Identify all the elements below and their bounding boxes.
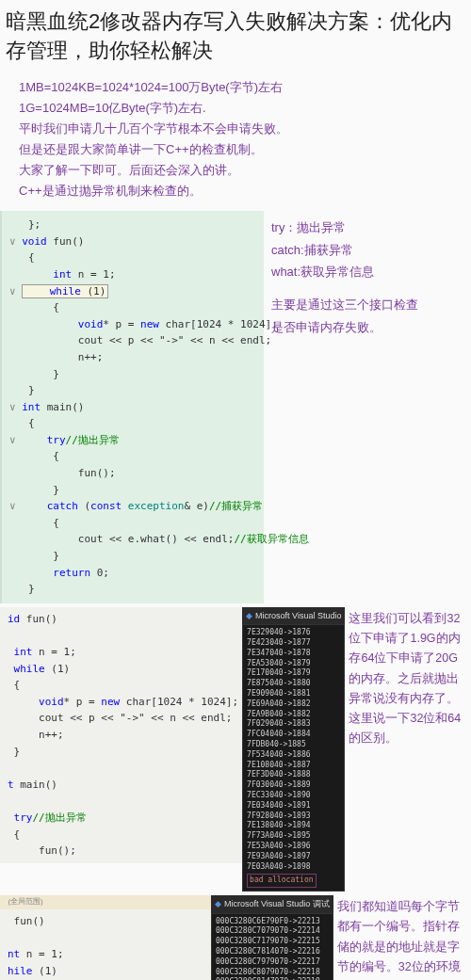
debug-header-64: Microsoft Visual Studio 调试 xyxy=(211,895,333,912)
api-try: try：抛出异常 xyxy=(269,217,418,238)
code-block-c: fun() nt n = 1; hile (1) void* p = new c… xyxy=(0,909,211,980)
code-block-a: }; ∨ void fun() { int n = 1; ∨ while (1)… xyxy=(0,211,264,603)
api-note1: 主要是通过这三个接口检查 xyxy=(269,294,418,315)
code-block-b: id fun() int n = 1; while (1) { void* p … xyxy=(0,607,242,863)
intro-l4: 但是还是跟大家简单讲一下C++的检查机制。 xyxy=(19,139,452,160)
section-code-api: }; ∨ void fun() { int n = 1; ∨ while (1)… xyxy=(0,211,471,603)
explain-p3: 我们都知道吗每个字节都有一个编号。指针存储的就是的地址就是字节的编号。32位的环… xyxy=(337,897,467,980)
api-explain: try：抛出异常 catch:捕获异常 what:获取异常信息 主要是通过这三个… xyxy=(264,211,424,603)
explain-p2: 这里说一下32位和64的区别。 xyxy=(349,709,467,749)
section-64bit: (全局范围) fun() nt n = 1; hile (1) void* p … xyxy=(0,895,471,980)
api-what: what:获取异常信息 xyxy=(269,261,418,282)
memory-output-32: 7E329040->18767E423040->18777E347040->18… xyxy=(242,624,345,892)
intro-l6: C++是通过抛异常机制来检查的。 xyxy=(19,181,452,201)
explain-col-2: 我们都知道吗每个字节都有一个编号。指针存储的就是的地址就是字节的编号。32位的环… xyxy=(333,895,471,980)
intro-l2: 1G=1024MB=10亿Byte(字节)左右. xyxy=(19,98,452,119)
intro-l5: 大家了解一下即可。后面还会深入的讲。 xyxy=(19,160,452,181)
explain-col: 这里我们可以看到32位下申请了1.9G的内存64位下申请了20G的内存。之后就抛… xyxy=(345,607,471,892)
explain-p1: 这里我们可以看到32位下申请了1.9G的内存64位下申请了20G的内存。之后就抛… xyxy=(349,609,467,709)
tab-bar: (全局范围) xyxy=(0,895,211,909)
section-32bit: id fun() int n = 1; while (1) { void* p … xyxy=(0,607,471,892)
intro-l1: 1MB=1024KB=1024*1024=100万Byte(字节)左右 xyxy=(19,77,452,98)
api-note2: 是否申请内存失败。 xyxy=(269,316,418,338)
intro-l3: 平时我们申请几十几百个字节根本不会申请失败。 xyxy=(19,119,452,139)
api-catch: catch:捕获异常 xyxy=(269,239,418,261)
debug-header-32: Microsoft Visual Studio xyxy=(242,607,345,624)
page-title: 暗黑血统2修改器内存写入失败解决方案：优化内存管理，助你轻松解决 xyxy=(0,0,471,73)
memory-output-64: 000C3280C6E790F0->22213000C3280C7079070-… xyxy=(211,913,333,980)
intro-block: 1MB=1024KB=1024*1024=100万Byte(字节)左右 1G=1… xyxy=(0,73,471,212)
